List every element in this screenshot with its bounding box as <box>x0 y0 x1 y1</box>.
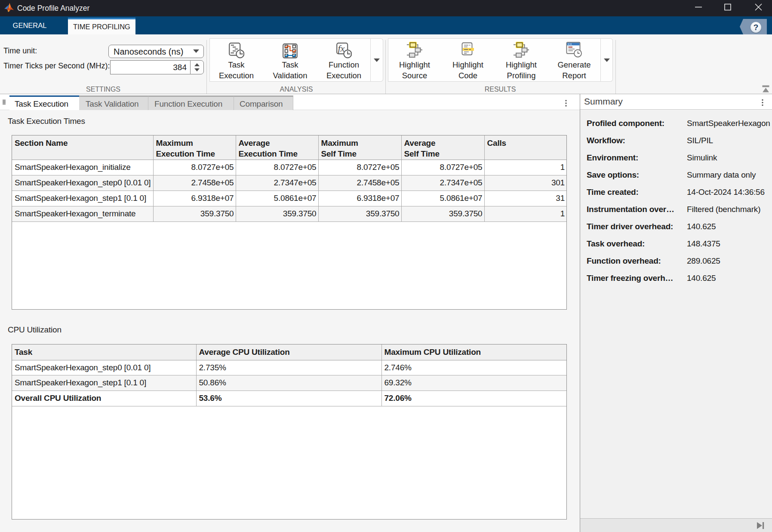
svg-text:fx: fx <box>338 43 344 54</box>
